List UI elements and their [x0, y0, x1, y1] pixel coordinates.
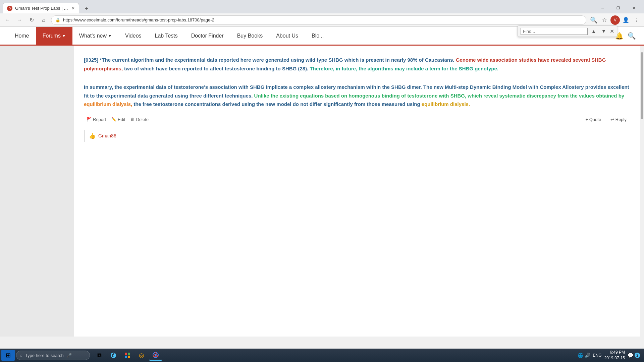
find-prev-button[interactable]: ▲ [590, 27, 598, 35]
nav-buy-books[interactable]: Buy Books [230, 27, 269, 45]
post-block: [0325] *The current algorithm and the ex… [84, 52, 630, 152]
thumbs-up-icon: 👍 [89, 133, 96, 139]
tab-bar: G Gman's Test Prop Labs | Page 2 | ✕ + ─… [0, 0, 644, 13]
forward-button[interactable]: → [15, 15, 24, 25]
window-controls: ─ ❐ ✕ [595, 3, 641, 13]
main-content: [0325] *The current algorithm and the ex… [74, 46, 640, 337]
edit-icon: ✏️ [111, 117, 116, 122]
post-p1-part4: Therefore, in future, the algorithms may… [310, 66, 498, 71]
post-p1-part1: *The current algorithm and the experimen… [100, 57, 456, 63]
vpn-icon[interactable]: V [610, 15, 620, 25]
url-text: https://www.excelmale.com/forum/threads/… [63, 17, 582, 22]
nav-search-icon[interactable]: 🔍 [628, 32, 636, 40]
tab-favicon: G [7, 6, 12, 11]
website: Home Forums ▼ What's new ▼ Videos Lab Te… [0, 27, 644, 337]
nav-blog[interactable]: Blo... [305, 27, 330, 45]
speaker-icon[interactable]: 🔊 [585, 353, 590, 358]
browser-window: G Gman's Test Prop Labs | Page 2 | ✕ + ─… [0, 0, 644, 362]
taskbar-task-view[interactable]: ⧉ [93, 350, 106, 361]
address-bar[interactable]: 🔒 https://www.excelmale.com/forum/thread… [51, 15, 586, 25]
taskbar-store[interactable] [121, 350, 134, 361]
close-window-button[interactable]: ✕ [626, 3, 641, 13]
microphone-icon[interactable]: 🎤 [66, 353, 72, 358]
report-icon: 🚩 [87, 117, 92, 122]
tab-close-button[interactable]: ✕ [71, 6, 75, 11]
nav-right: 🔔 🔍 [615, 32, 636, 40]
reply-button[interactable]: ↩ Reply [607, 116, 630, 123]
scrollbar[interactable] [640, 46, 644, 337]
find-input[interactable] [521, 28, 588, 35]
quote-button[interactable]: + Quote [582, 116, 605, 123]
nav-whats-new[interactable]: What's new ▼ [72, 27, 118, 45]
minimize-button[interactable]: ─ [595, 3, 610, 13]
nav-lab-tests[interactable]: Lab Tests [148, 27, 184, 45]
system-tray-icons: 🌐 🔊 [578, 353, 590, 358]
post-actions-right: + Quote ↩ Reply [582, 116, 630, 123]
taskbar-search-text: Type here to search [25, 353, 64, 358]
svg-point-5 [155, 354, 157, 356]
post-p1-part3: two of which have been reported to affec… [124, 66, 310, 71]
active-tab[interactable]: G Gman's Test Prop Labs | Page 2 | ✕ [3, 3, 79, 13]
menu-icon[interactable]: ⋮ [632, 15, 641, 25]
clock-time: 6:49 PM [604, 350, 625, 355]
tab-title: Gman's Test Prop Labs | Page 2 | [15, 6, 69, 11]
find-bar: ▲ ▼ ✕ [518, 25, 617, 37]
svg-rect-3 [128, 356, 130, 358]
post-p2-part3: the free testosterone concentrations der… [132, 101, 422, 107]
post-p2-equil1: equilibrium dialysis, [84, 101, 132, 107]
new-tab-button[interactable]: + [82, 4, 91, 13]
sidebar [0, 46, 74, 337]
reload-button[interactable]: ↻ [27, 15, 36, 25]
find-close-button[interactable]: ✕ [610, 28, 614, 35]
forums-dropdown-arrow: ▼ [62, 34, 66, 38]
like-row: 👍 Gman86 [84, 130, 630, 142]
post-paragraph-2: In summary, the experimental data of tes… [84, 83, 630, 109]
taskbar-search[interactable]: ○ Type here to search 🎤 [16, 351, 90, 360]
taskbar-edge[interactable] [107, 350, 120, 361]
notification-badge: 2 [635, 353, 640, 358]
delete-button[interactable]: 🗑 Delete [128, 116, 151, 123]
nav-home[interactable]: Home [8, 27, 36, 45]
taskbar: ⊞ ○ Type here to search 🎤 ⧉ ◎ [0, 349, 644, 362]
taskbar-apps: ⧉ ◎ [93, 350, 162, 361]
post-p2-unlike: Unlike the existing equations based on h… [254, 93, 625, 99]
network-icon[interactable]: 🌐 [578, 353, 583, 358]
report-button[interactable]: 🚩 Report [84, 116, 109, 123]
taskbar-chrome[interactable] [149, 350, 162, 361]
system-clock[interactable]: 6:49 PM 2019-07-15 [604, 350, 625, 361]
edit-button[interactable]: ✏️ Edit [109, 116, 128, 123]
bookmark-star-icon[interactable]: ☆ [600, 15, 609, 25]
toolbar-icons: 🔍 ☆ V 👤 ⋮ [589, 15, 641, 25]
taskbar-search-icon: ○ [20, 353, 22, 358]
clock-date: 2019-07-15 [604, 355, 625, 361]
nav-about-us[interactable]: About Us [269, 27, 305, 45]
like-user-link[interactable]: Gman86 [98, 133, 116, 138]
svg-rect-2 [125, 356, 127, 358]
whats-new-dropdown-arrow: ▼ [108, 34, 112, 38]
home-button[interactable]: ⌂ [39, 15, 48, 25]
scrollbar-thumb[interactable] [641, 52, 643, 119]
post-actions: 🚩 Report ✏️ Edit 🗑 Delete [84, 112, 630, 127]
notifications-icon[interactable]: 💬 [628, 353, 633, 358]
start-button[interactable]: ⊞ [1, 350, 15, 361]
nav-forums[interactable]: Forums ▼ [36, 27, 72, 45]
delete-icon: 🗑 [130, 117, 135, 122]
nav-doctor-finder[interactable]: Doctor Finder [184, 27, 230, 45]
content-area: [0325] *The current algorithm and the ex… [0, 46, 644, 337]
find-next-button[interactable]: ▼ [600, 27, 608, 35]
address-bar-row: ← → ↻ ⌂ 🔒 https://www.excelmale.com/foru… [0, 13, 644, 27]
profile-icon[interactable]: 👤 [621, 15, 631, 25]
svg-rect-1 [128, 353, 130, 355]
post-p2-equil2: equilibrium dialysis. [422, 101, 470, 107]
taskbar-right: 🌐 🔊 ENG 6:49 PM 2019-07-15 💬 2 [578, 350, 643, 361]
svg-rect-0 [125, 353, 127, 355]
nav-videos[interactable]: Videos [118, 27, 148, 45]
language-indicator[interactable]: ENG [593, 353, 602, 358]
search-lens-icon[interactable]: 🔍 [589, 15, 598, 25]
lock-icon: 🔒 [55, 18, 60, 22]
taskbar-cortana[interactable]: ◎ [135, 350, 148, 361]
post-ref: [0325] [84, 57, 98, 63]
back-button[interactable]: ← [3, 15, 12, 25]
post-paragraph-1: [0325] *The current algorithm and the ex… [84, 56, 630, 73]
maximize-button[interactable]: ❐ [610, 3, 626, 13]
